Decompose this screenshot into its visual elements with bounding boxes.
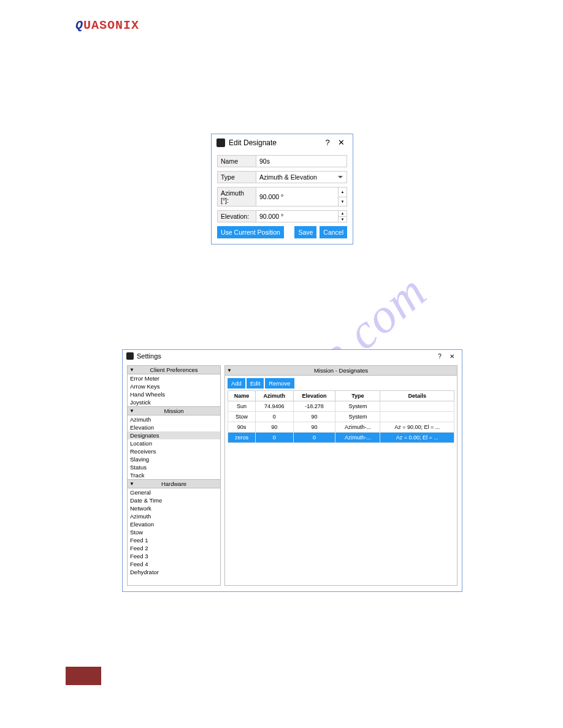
azimuth-spinner[interactable]: ▲▼	[338, 188, 347, 206]
elevation-label: Elevation:	[217, 210, 256, 222]
cell-azimuth: 0	[255, 433, 293, 443]
panel-title: Mission - Designates	[314, 367, 368, 374]
cell-azimuth: 74.9406	[255, 401, 293, 412]
cell-elevation: 0	[293, 433, 335, 443]
designates-toolbar: Add Edit Remove	[228, 378, 454, 389]
sidebar-item[interactable]: Feed 2	[128, 544, 220, 552]
type-label: Type	[217, 171, 256, 183]
table-header-row: NameAzimuthElevationTypeDetails	[228, 391, 454, 401]
spin-up-icon[interactable]: ▲	[339, 188, 347, 197]
sidebar-item[interactable]: Azimuth	[128, 512, 220, 520]
table-row[interactable]: 90s9090Azimuth-...Az = 90.00; El = ...	[228, 422, 454, 433]
sidebar-item[interactable]: Feed 1	[128, 536, 220, 544]
app-icon	[216, 138, 225, 147]
settings-window: Settings ? ✕ ▼Client PreferencesError Me…	[122, 349, 462, 592]
dialog-title: Edit Designate	[229, 138, 321, 147]
caret-icon: ▼	[129, 367, 134, 373]
sidebar-item[interactable]: General	[128, 488, 220, 496]
elevation-value: 90.000 °	[259, 213, 283, 220]
table-row[interactable]: Stow090System	[228, 412, 454, 422]
sidebar-item[interactable]: Designates	[128, 431, 220, 439]
spin-down-icon[interactable]: ▼	[339, 217, 347, 222]
dialog-actions: Use Current Position Save Cancel	[217, 226, 347, 238]
name-row: Name 90s	[217, 155, 347, 167]
cell-details: Az = 0.00; El = ...	[380, 433, 454, 443]
sidebar-section-head[interactable]: ▼Client Preferences	[128, 366, 220, 374]
sidebar-item[interactable]: Error Meter	[128, 374, 220, 382]
cell-name: Stow	[228, 412, 256, 422]
column-header[interactable]: Details	[380, 391, 454, 401]
column-header[interactable]: Type	[335, 391, 380, 401]
elevation-input[interactable]: 90.000 ° ▲▼	[256, 210, 347, 222]
logo-q: Q	[75, 18, 83, 32]
column-header[interactable]: Name	[228, 391, 256, 401]
cell-azimuth: 90	[255, 422, 293, 433]
spin-down-icon[interactable]: ▼	[339, 197, 347, 207]
add-button[interactable]: Add	[228, 378, 245, 389]
remove-button[interactable]: Remove	[265, 378, 294, 389]
close-button[interactable]: ✕	[446, 353, 458, 360]
settings-titlebar: Settings ? ✕	[123, 350, 462, 362]
edit-designate-dialog: Edit Designate ? ✕ Name 90s Type Azimuth…	[211, 134, 353, 245]
sidebar-item[interactable]: Location	[128, 439, 220, 447]
sidebar-item[interactable]: Dehydrator	[128, 568, 220, 576]
settings-main: ▼ Mission - Designates Add Edit Remove N…	[224, 365, 458, 586]
close-button[interactable]: ✕	[334, 138, 348, 147]
table-row[interactable]: Sun74.9406-18.278System	[228, 401, 454, 412]
sidebar-section-head[interactable]: ▼Mission	[128, 406, 220, 415]
cell-azimuth: 0	[255, 412, 293, 422]
spin-up-icon[interactable]: ▲	[339, 211, 347, 217]
edit-button[interactable]: Edit	[247, 378, 264, 389]
use-current-position-button[interactable]: Use Current Position	[217, 226, 284, 238]
type-row: Type Azimuth & Elevation	[217, 171, 347, 183]
azimuth-value: 90.000 °	[259, 193, 283, 200]
panel-head: ▼ Mission - Designates	[224, 365, 458, 376]
table-body: Sun74.9406-18.278SystemStow090System90s9…	[228, 401, 454, 443]
elevation-spinner[interactable]: ▲▼	[338, 211, 347, 222]
caret-icon[interactable]: ▼	[227, 368, 232, 373]
elevation-row: Elevation: 90.000 ° ▲▼	[217, 210, 347, 222]
cancel-button[interactable]: Cancel	[320, 226, 347, 238]
sidebar-item[interactable]: Hand Wheels	[128, 390, 220, 398]
sidebar-item[interactable]: Joystick	[128, 398, 220, 406]
sidebar-item[interactable]: Feed 3	[128, 552, 220, 560]
sidebar-item[interactable]: Receivers	[128, 447, 220, 455]
sidebar-item[interactable]: Network	[128, 504, 220, 512]
sidebar-item[interactable]: Status	[128, 463, 220, 471]
cell-name: zeros	[228, 433, 256, 443]
caret-icon: ▼	[129, 408, 134, 414]
save-button[interactable]: Save	[294, 226, 316, 238]
cell-elevation: 90	[293, 412, 335, 422]
sidebar-section-head[interactable]: ▼Hardware	[128, 479, 220, 488]
sidebar-item[interactable]: Date & Time	[128, 496, 220, 504]
cell-elevation: -18.278	[293, 401, 335, 412]
sidebar-item[interactable]: Track	[128, 471, 220, 479]
cell-elevation: 90	[293, 422, 335, 433]
sidebar-item[interactable]: Elevation	[128, 520, 220, 528]
table-row[interactable]: zeros00Azimuth-...Az = 0.00; El = ...	[228, 433, 454, 443]
designates-table: NameAzimuthElevationTypeDetails Sun74.94…	[228, 390, 454, 443]
sidebar-item[interactable]: Elevation	[128, 423, 220, 431]
page-number-badge	[66, 667, 101, 685]
name-input[interactable]: 90s	[256, 155, 347, 167]
column-header[interactable]: Azimuth	[255, 391, 293, 401]
azimuth-input[interactable]: 90.000 ° ▲▼	[256, 187, 347, 207]
cell-type: System	[335, 401, 380, 412]
sidebar-item[interactable]: Slaving	[128, 455, 220, 463]
help-button[interactable]: ?	[434, 353, 446, 360]
type-select[interactable]: Azimuth & Elevation	[256, 171, 347, 183]
column-header[interactable]: Elevation	[293, 391, 335, 401]
cell-type: Azimuth-...	[335, 433, 380, 443]
cell-name: Sun	[228, 401, 256, 412]
sidebar-item[interactable]: Arrow Keys	[128, 382, 220, 390]
azimuth-label: Azimuth [°]:	[217, 187, 256, 207]
settings-title: Settings	[137, 352, 434, 360]
sidebar-item[interactable]: Azimuth	[128, 415, 220, 423]
sidebar-item[interactable]: Feed 4	[128, 560, 220, 568]
sidebar-item[interactable]: Stow	[128, 528, 220, 536]
cell-type: Azimuth-...	[335, 422, 380, 433]
azimuth-row: Azimuth [°]: 90.000 ° ▲▼	[217, 187, 347, 207]
cell-details	[380, 412, 454, 422]
caret-icon: ▼	[129, 481, 134, 487]
help-button[interactable]: ?	[321, 138, 334, 147]
